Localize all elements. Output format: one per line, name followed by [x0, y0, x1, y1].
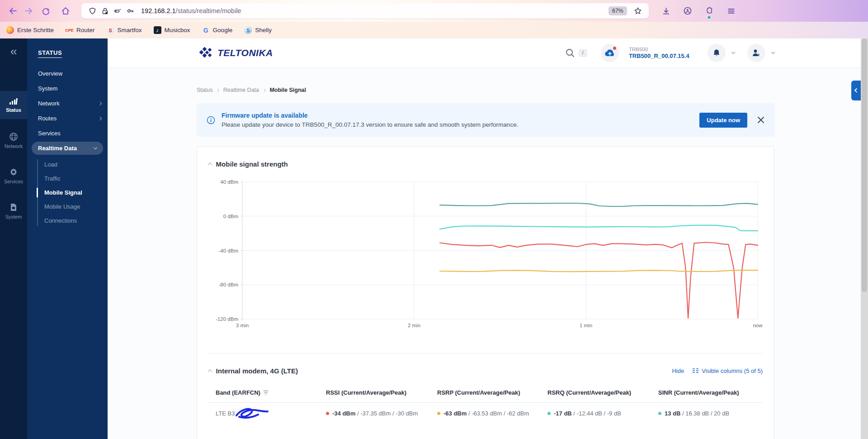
sinr-avg-peak: / 16.38 dB / 20 dB: [680, 410, 729, 417]
forward-button[interactable]: [21, 3, 36, 19]
sidebar-item-services[interactable]: Services: [27, 126, 108, 141]
reload-icon: [42, 7, 50, 15]
column-label: Band (EARFCN): [216, 389, 260, 396]
rail-label: System: [5, 214, 22, 220]
signal-strength-chart: 40 dBm0 dBm-40 dBm-80 dBm-120 dBm3 min2 …: [208, 175, 764, 331]
bookmark-label: Router: [76, 27, 95, 33]
sidebar-subitem-traffic[interactable]: Traffic: [37, 172, 108, 186]
column-label: RSSI (Current/Average/Peak): [326, 389, 406, 396]
browser-scrollbar[interactable]: [861, 38, 868, 439]
sidebar-item-realtime-data[interactable]: Realtime Data: [32, 142, 103, 155]
key-icon[interactable]: [124, 5, 137, 17]
extensions-icon[interactable]: [703, 5, 716, 17]
breadcrumb-status[interactable]: Status: [197, 87, 212, 93]
menu-label: Load: [44, 161, 57, 168]
bookmark-router[interactable]: CPE Router: [66, 26, 95, 34]
col-rsrp[interactable]: RSRP (Current/Average/Peak): [437, 389, 547, 396]
signal-bars-icon: [9, 98, 18, 105]
svg-text:now: now: [753, 323, 763, 328]
chart-section-title: Mobile signal strength: [216, 160, 288, 168]
col-band[interactable]: Band (EARFCN): [216, 389, 326, 396]
col-sinr[interactable]: SINR (Current/Average/Peak): [658, 389, 763, 396]
visible-columns-link[interactable]: Visible columns (5 of 5): [692, 367, 763, 374]
user-menu-button[interactable]: [747, 44, 765, 62]
rms-cloud-button[interactable]: [601, 44, 619, 62]
back-button[interactable]: [5, 3, 21, 19]
bookmark-label: Erste Schritte: [17, 27, 54, 33]
svg-text:-80 dBm: -80 dBm: [219, 282, 238, 287]
notifications-chevron-icon[interactable]: [731, 50, 735, 54]
page-content: Status Realtime Data Mobile Signal Firmw…: [108, 87, 868, 439]
shield-icon[interactable]: [86, 5, 99, 17]
device-model: TRB500: [629, 46, 689, 52]
column-label: SINR (Current/Average/Peak): [658, 389, 739, 396]
rsrq-current: -17 dB: [554, 410, 572, 417]
close-icon[interactable]: [757, 116, 764, 124]
update-now-button[interactable]: Update now: [699, 113, 747, 128]
bookmark-google[interactable]: G Google: [202, 26, 233, 34]
svg-text:3 min: 3 min: [236, 323, 249, 328]
browser-chrome: 192.168.2.1/status/realtime/mobile 67%: [0, 0, 868, 38]
band-value: LTE B3: [216, 410, 235, 417]
teltonika-logo[interactable]: TELTONIKA: [197, 47, 273, 59]
menu-label: Services: [38, 130, 61, 137]
bookmark-shelly[interactable]: S Shelly: [244, 26, 272, 34]
breadcrumb-realtime-data[interactable]: Realtime Data: [223, 87, 259, 93]
search-button[interactable]: /: [565, 48, 587, 58]
app-header: TELTONIKA / TRB500 TRB500_R_00.07.15.4: [108, 38, 868, 68]
device-info: TRB500 TRB500_R_00.07.15.4: [629, 46, 689, 60]
breadcrumb-mobile-signal: Mobile Signal: [269, 87, 306, 93]
table-section-title: Internal modem, 4G (LTE): [216, 367, 298, 375]
svg-text:40 dBm: 40 dBm: [220, 179, 238, 185]
scrollbar-thumb[interactable]: [862, 38, 867, 292]
visible-columns-label: Visible columns (5 of 5): [702, 367, 763, 374]
bookmark-erste-schritte[interactable]: Erste Schritte: [6, 26, 54, 34]
home-button[interactable]: [58, 3, 73, 19]
double-chevron-left-icon: [9, 49, 18, 55]
permissions-toggle-icon[interactable]: [111, 5, 124, 17]
sidebar-item-routes[interactable]: Routes: [27, 111, 108, 126]
rail-item-network[interactable]: Network: [0, 126, 27, 154]
sidebar-subitem-load[interactable]: Load: [37, 157, 108, 172]
bookmark-smartfox[interactable]: S Smartfox: [107, 26, 142, 34]
sidebar-item-network[interactable]: Network: [27, 96, 108, 111]
rail-item-system[interactable]: System: [0, 197, 27, 225]
reload-button[interactable]: [38, 3, 53, 19]
sidebar-item-system[interactable]: System: [27, 81, 108, 96]
sidebar-subitem-mobile-signal[interactable]: Mobile Signal: [37, 186, 108, 200]
zoom-level-badge[interactable]: 67%: [609, 6, 627, 15]
downloads-icon[interactable]: [660, 5, 672, 17]
mobile-signal-card: Mobile signal strength 40 dBm0 dBm-40 dB…: [197, 146, 774, 439]
url-text: 192.168.2.1/status/realtime/mobile: [141, 7, 241, 14]
hide-link[interactable]: Hide: [672, 367, 684, 374]
search-icon: [565, 48, 575, 58]
chevron-right-icon: [98, 101, 102, 105]
section-divider: [208, 353, 763, 353]
account-icon[interactable]: [681, 5, 694, 17]
sidebar-subitem-mobile-usage[interactable]: Mobile Usage: [37, 200, 108, 214]
realtime-data-submenu: Load Traffic Mobile Signal Mobile Usage …: [37, 157, 108, 228]
section-collapse-icon[interactable]: [208, 163, 212, 167]
sinr-cell: 13 dB / 16.38 dB / 20 dB: [658, 410, 763, 417]
bookmark-star-icon[interactable]: [632, 5, 644, 17]
notifications-button[interactable]: [708, 44, 726, 62]
rail-item-status[interactable]: Status: [0, 91, 27, 119]
sidebar-subitem-connections[interactable]: Connections: [37, 214, 108, 228]
menu-hamburger-icon[interactable]: [725, 5, 737, 17]
column-label: RSRQ (Current/Average/Peak): [547, 389, 631, 396]
url-bar[interactable]: 192.168.2.1/status/realtime/mobile 67%: [81, 3, 649, 19]
bookmark-musicbox[interactable]: ♪ Musicbox: [154, 26, 190, 34]
header-right-cluster: / TRB500 TRB500_R_00.07.15.4: [565, 44, 774, 62]
sidebar-item-overview[interactable]: Overview: [27, 66, 108, 81]
section-collapse-icon[interactable]: [208, 370, 212, 374]
lock-warning-icon[interactable]: [99, 5, 111, 17]
toolbar-right-cluster: [660, 5, 737, 17]
col-rssi[interactable]: RSSI (Current/Average/Peak): [326, 389, 437, 396]
user-menu-chevron-icon[interactable]: [771, 50, 775, 54]
menu-label: Routes: [38, 115, 57, 122]
col-rsrq[interactable]: RSRQ (Current/Average/Peak): [547, 389, 658, 396]
bell-icon: [712, 48, 721, 57]
sidebar-collapse-button[interactable]: [0, 38, 27, 66]
rail-item-services[interactable]: Services: [0, 162, 27, 190]
gear-icon: [9, 167, 18, 177]
